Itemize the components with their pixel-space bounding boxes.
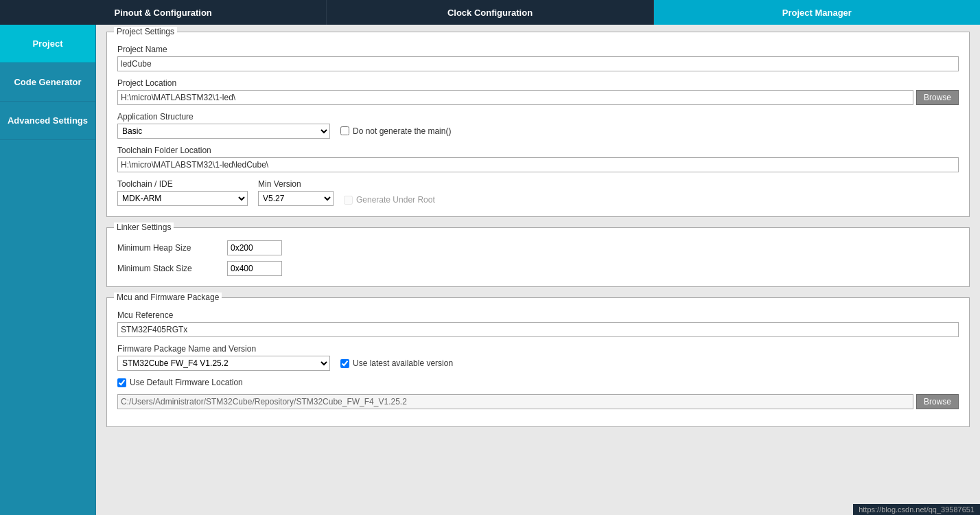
toolchain-ide-row: Toolchain / IDE MDK-ARM Min Version V5.2… [117,179,959,206]
sidebar-item-code-generator[interactable]: Code Generator [0,63,95,102]
project-location-input[interactable] [117,90,913,105]
project-location-browse-button[interactable]: Browse [916,90,959,105]
linker-settings-content: Minimum Heap Size Minimum Stack Size [117,240,959,276]
min-stack-row: Minimum Stack Size [117,261,959,276]
use-default-firmware-row: Use Default Firmware Location [117,378,959,387]
use-default-firmware-checkbox-row: Use Default Firmware Location [117,378,959,387]
min-version-select[interactable]: V5.27 [258,191,334,206]
use-latest-row: Use latest available version [340,358,453,368]
mcu-firmware-title: Mcu and Firmware Package [114,293,222,302]
toolchain-ide-label: Toolchain / IDE [117,179,248,189]
project-location-row: Project Location Browse [117,78,959,105]
toolchain-ide-select[interactable]: MDK-ARM [117,191,248,206]
generate-under-root-checkbox[interactable] [344,196,353,205]
firmware-location-field-group: Browse [117,394,959,409]
mcu-firmware-content: Mcu Reference Firmware Package Name and … [117,310,959,409]
toolchain-ide-col: Toolchain / IDE MDK-ARM [117,179,248,206]
generate-under-root-label: Generate Under Root [356,195,435,205]
min-stack-label: Minimum Stack Size [117,264,220,273]
project-settings-group: Project Settings Project Name Project Lo… [106,32,970,217]
min-heap-label: Minimum Heap Size [117,243,220,253]
project-name-label: Project Name [117,45,959,54]
use-default-firmware-checkbox[interactable] [117,378,126,387]
mcu-reference-label: Mcu Reference [117,310,959,320]
project-name-input[interactable] [117,56,959,71]
linker-settings-title: Linker Settings [114,222,174,232]
nav-clock[interactable]: Clock Configuration [327,0,653,25]
sidebar-item-advanced-settings[interactable]: Advanced Settings [0,102,95,140]
toolchain-folder-label: Toolchain Folder Location [117,146,959,155]
status-bar: https://blog.csdn.net/qq_39587651 [853,504,980,515]
toolchain-folder-row: Toolchain Folder Location [117,146,959,172]
project-location-label: Project Location [117,78,959,88]
firmware-location-input[interactable] [117,394,913,409]
app-structure-select[interactable]: Basic [117,124,330,139]
firmware-package-label: Firmware Package Name and Version [117,344,959,354]
sidebar: Project Code Generator Advanced Settings [0,25,96,515]
no-main-label: Do not generate the main() [353,126,451,136]
project-location-field-group: Browse [117,90,959,105]
app-structure-label: Application Structure [117,112,330,122]
use-default-firmware-label: Use Default Firmware Location [130,378,243,387]
use-latest-label: Use latest available version [353,358,453,368]
firmware-location-browse-button[interactable]: Browse [916,394,959,409]
project-name-row: Project Name [117,45,959,71]
mcu-reference-input[interactable] [117,322,959,337]
mcu-firmware-group: Mcu and Firmware Package Mcu Reference F… [106,297,970,427]
min-version-label: Min Version [258,179,334,189]
no-main-checkbox[interactable] [340,126,349,135]
toolchain-folder-input[interactable] [117,157,959,172]
use-latest-checkbox[interactable] [340,359,349,368]
min-heap-input[interactable] [227,240,282,255]
firmware-location-path-row: Browse [117,394,959,409]
generate-under-root-row: Generate Under Root [344,195,435,205]
nav-pinout[interactable]: Pinout & Configuration [0,0,327,25]
no-main-checkbox-row: Do not generate the main() [340,126,451,136]
min-stack-input[interactable] [227,261,282,276]
sidebar-item-project[interactable]: Project [0,25,95,63]
min-version-col: Min Version V5.27 [258,179,334,206]
content-area: Project Settings Project Name Project Lo… [96,25,980,515]
main-layout: Project Code Generator Advanced Settings… [0,25,980,515]
project-settings-title: Project Settings [114,27,177,36]
top-navigation: Pinout & Configuration Clock Configurati… [0,0,980,25]
mcu-reference-row: Mcu Reference [117,310,959,337]
linker-settings-group: Linker Settings Minimum Heap Size Minimu… [106,227,970,287]
app-structure-row: Application Structure Basic Do not gener… [117,112,959,139]
firmware-package-field-group: STM32Cube FW_F4 V1.25.2 Use latest avail… [117,356,959,371]
nav-project-manager[interactable]: Project Manager [654,0,980,25]
firmware-package-select[interactable]: STM32Cube FW_F4 V1.25.2 [117,356,330,371]
firmware-package-row: Firmware Package Name and Version STM32C… [117,344,959,371]
min-heap-row: Minimum Heap Size [117,240,959,255]
